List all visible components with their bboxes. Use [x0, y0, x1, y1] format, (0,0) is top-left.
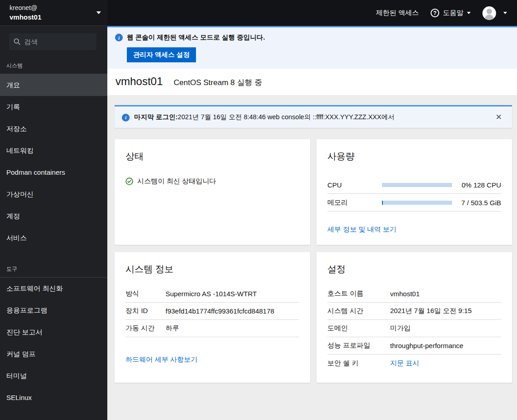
- performance-profile-label: 성능 프로파일: [327, 341, 390, 350]
- masthead: 제한된 액세스 ? 도움말: [107, 0, 517, 26]
- sidebar-item-networking[interactable]: 네트워킹: [0, 140, 107, 162]
- cpu-usage-row: CPU 0% 128 CPU: [327, 176, 501, 194]
- domain-value: 미가입: [390, 324, 501, 333]
- sidebar-item-accounts[interactable]: 계정: [0, 205, 107, 227]
- model-value: Supermicro AS -1014S-WTRT: [166, 290, 299, 298]
- memory-label: 메모리: [327, 198, 382, 207]
- cpu-value: 0% 128 CPU: [452, 181, 501, 189]
- banner-message: 웹 콘솔이 제한된 액세스 모드로 실행 중입니다.: [127, 33, 265, 42]
- settings-card-title: 설정: [327, 263, 501, 275]
- page-title: vmhost01: [115, 75, 163, 88]
- chevron-down-icon: [467, 12, 471, 14]
- admin-access-button[interactable]: 관리자 액세스 설정: [127, 47, 196, 62]
- model-row: 방식 Supermicro AS -1014S-WTRT: [125, 285, 299, 303]
- page-titlebar: vmhost01 CentOS Stream 8 실행 중: [107, 69, 517, 95]
- uptime-value: 하루: [166, 324, 299, 333]
- help-icon: ?: [431, 9, 439, 17]
- status-message: 시스템이 최신 상태입니다: [137, 177, 216, 186]
- uptime-label: 가동 시간: [125, 324, 166, 333]
- sidebar-item-overview[interactable]: 개요: [0, 74, 107, 96]
- sidebar: kreonet@ vmhost01 시스템 개요 기록 저장소 네트워킹 Pod…: [0, 0, 107, 420]
- search-input[interactable]: [24, 38, 92, 46]
- info-icon: i: [115, 34, 123, 41]
- restricted-mode-banner: i 웹 콘솔이 제한된 액세스 모드로 실행 중입니다. 관리자 액세스 설정: [107, 26, 517, 69]
- sidebar-section-system: 시스템: [0, 56, 107, 74]
- last-login-message: 2021년 7월 16일 오전 8:48:46 web console의 ::f…: [178, 113, 395, 121]
- system-info-card: 시스템 정보 방식 Supermicro AS -1014S-WTRT 장치 I…: [115, 252, 310, 383]
- sidebar-item-virtual-machines[interactable]: 가상머신: [0, 183, 107, 205]
- host-user: kreonet@: [10, 3, 41, 12]
- settings-card: 설정 호스트 이름 vmhost01 시스템 시간 2021년 7월 16일 오…: [316, 252, 512, 383]
- memory-usage-row: 메모리 7 / 503.5 GiB: [327, 194, 501, 212]
- machine-id-label: 장치 ID: [125, 307, 166, 315]
- status-card: 상태 시스템이 최신 상태입니다: [115, 139, 310, 245]
- last-login-text: 마지막 로그인:2021년 7월 16일 오전 8:48:46 web cons…: [134, 113, 488, 121]
- system-info-card-title: 시스템 정보: [125, 263, 299, 275]
- cpu-label: CPU: [327, 181, 382, 189]
- sidebar-item-logs[interactable]: 기록: [0, 96, 107, 118]
- help-label: 도움말: [443, 9, 463, 17]
- sidebar-item-podman-containers[interactable]: Podman containers: [0, 162, 107, 183]
- user-menu[interactable]: [482, 6, 496, 20]
- sidebar-item-storage[interactable]: 저장소: [0, 118, 107, 140]
- sidebar-item-diagnostic-reports[interactable]: 진단 보고서: [0, 321, 107, 343]
- sidebar-item-software-updates[interactable]: 소프트웨어 최신화: [0, 278, 107, 299]
- system-time-value: 2021년 7월 16일 오전 9:15: [390, 307, 501, 315]
- restricted-access-label: 제한된 액세스: [376, 9, 419, 17]
- show-fingerprints-link[interactable]: 지문 표시: [390, 359, 501, 368]
- machine-id-row: 장치 ID f93efd14b1774ffc99361fcfcd848178: [125, 303, 299, 320]
- system-time-label: 시스템 시간: [327, 307, 390, 315]
- status-card-title: 상태: [125, 150, 299, 162]
- host-name: vmhost01: [10, 12, 41, 22]
- sidebar-item-selinux[interactable]: SELinux: [0, 387, 107, 409]
- page-subtitle: CentOS Stream 8 실행 중: [174, 77, 262, 88]
- chevron-down-icon: [503, 12, 507, 14]
- sidebar-item-kernel-dump[interactable]: 커널 덤프: [0, 343, 107, 365]
- sidebar-item-applications[interactable]: 응용프로그램: [0, 299, 107, 321]
- avatar: [482, 6, 496, 20]
- info-icon: i: [122, 114, 130, 121]
- system-time-row: 시스템 시간 2021년 7월 16일 오전 9:15: [327, 303, 501, 320]
- cpu-progress-bar: [382, 183, 452, 187]
- sidebar-search[interactable]: [9, 33, 96, 50]
- ssh-key-row: 보안 쉘 키 지문 표시: [327, 354, 501, 372]
- search-icon: [14, 38, 20, 45]
- host-switcher[interactable]: kreonet@ vmhost01: [0, 0, 107, 26]
- memory-progress-bar: [382, 201, 452, 205]
- hardware-details-link[interactable]: 하드웨어 세부 사항보기: [125, 355, 197, 364]
- hostname-label: 호스트 이름: [327, 289, 390, 298]
- last-login-alert: i 마지막 로그인:2021년 7월 16일 오전 8:48:46 web co…: [115, 105, 512, 128]
- sidebar-section-tools: 도구: [0, 259, 107, 278]
- machine-id-value: f93efd14b1774ffc99361fcfcd848178: [166, 307, 299, 315]
- ssh-key-label: 보안 쉘 키: [327, 359, 390, 368]
- performance-profile-row: 성능 프로파일 throughput-performance: [327, 337, 501, 354]
- memory-value: 7 / 503.5 GiB: [452, 199, 501, 207]
- hostname-row: 호스트 이름 vmhost01: [327, 285, 501, 303]
- uptime-row: 가동 시간 하루: [125, 320, 299, 337]
- close-icon[interactable]: ✕: [493, 112, 505, 122]
- hostname-value: vmhost01: [390, 290, 501, 298]
- model-label: 방식: [125, 289, 166, 298]
- sidebar-item-terminal[interactable]: 터미널: [0, 365, 107, 387]
- last-login-label: 마지막 로그인:: [134, 113, 178, 121]
- domain-row: 도메인 미가입: [327, 320, 501, 337]
- usage-card-title: 사용량: [327, 150, 501, 162]
- performance-profile-value: throughput-performance: [390, 342, 501, 349]
- check-circle-icon: [125, 177, 133, 185]
- sidebar-item-services[interactable]: 서비스: [0, 227, 107, 249]
- help-menu[interactable]: ? 도움말: [431, 9, 471, 17]
- usage-card: 사용량 CPU 0% 128 CPU 메모리 7 / 503.5 GiB 세부 …: [316, 139, 512, 245]
- chevron-down-icon: [96, 11, 101, 14]
- usage-details-link[interactable]: 세부 정보 및 내역 보기: [327, 225, 397, 234]
- domain-label: 도메인: [327, 324, 390, 333]
